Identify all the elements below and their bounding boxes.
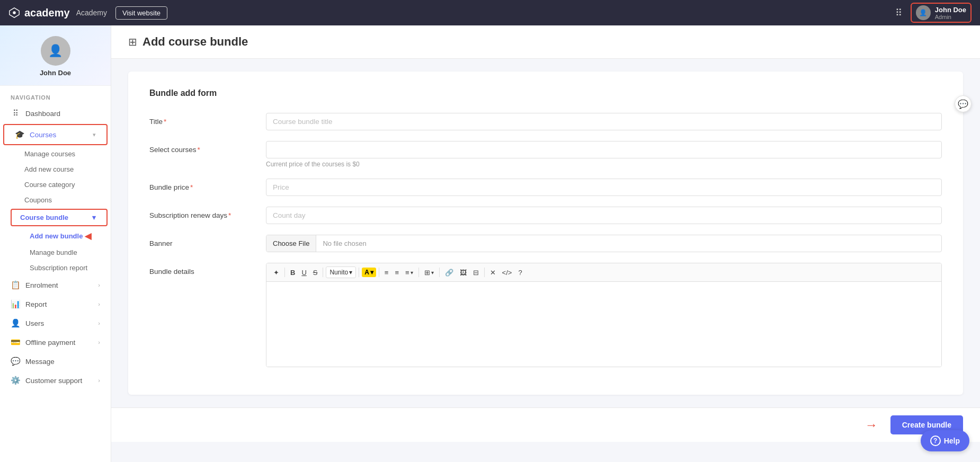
title-label: Title* [149,113,255,126]
main-content: ⊞ Add course bundle Bundle add form Titl… [111,25,980,462]
sidebar-avatar: 👤 [41,36,70,66]
svg-point-1 [13,11,16,14]
course-bundle-chevron-icon: ▾ [92,214,96,221]
navbar-right: ⠿ 👤 John Doe Admin [895,3,972,23]
enrolment-label: Enrolment [25,281,93,289]
toolbar-image-btn[interactable]: 🖼 [457,267,469,278]
toolbar-link-btn[interactable]: 🔗 [442,267,456,278]
select-courses-input[interactable] [266,141,942,158]
report-chevron-icon: › [98,301,100,307]
layout: 👤 John Doe NAVIGATION ⠿ Dashboard 🎓 Cour… [0,25,980,462]
enrolment-icon: 📋 [11,280,20,290]
sidebar-item-message[interactable]: 💬 Message [0,352,111,371]
sidebar-item-report[interactable]: 📊 Report › [0,295,111,314]
sidebar: 👤 John Doe NAVIGATION ⠿ Dashboard 🎓 Cour… [0,25,111,462]
page-header-icon: ⊞ [128,35,137,48]
action-bar: → Create bundle [111,407,980,442]
manage-bundle-label: Manage bundle [30,248,77,256]
sidebar-item-customer-support[interactable]: ⚙️ Customer support › [0,371,111,390]
course-category-label: Course category [24,181,75,189]
help-icon: ? [930,436,941,446]
bundle-price-label: Bundle price* [149,179,255,191]
users-chevron-icon: › [98,320,100,326]
sidebar-item-courses[interactable]: 🎓 Courses ▾ [4,125,106,144]
offline-payment-label: Offline payment [25,339,93,346]
sidebar-item-enrolment[interactable]: 📋 Enrolment › [0,276,111,295]
courses-section: 🎓 Courses ▾ [3,124,108,145]
sidebar-item-users[interactable]: 👤 Users › [0,314,111,333]
subscription-renew-input[interactable] [266,207,942,224]
bundle-add-form: Bundle add form Title* Select courses* C… [128,72,963,395]
sidebar-item-manage-bundle[interactable]: Manage bundle [0,245,111,260]
sidebar-item-offline-payment[interactable]: 💳 Offline payment › [0,333,111,352]
toolbar-font-dropdown[interactable]: Nunito ▾ [326,266,356,278]
user-menu[interactable]: 👤 John Doe Admin [911,3,972,23]
report-label: Report [25,300,93,308]
choose-file-button[interactable]: Choose File [266,235,316,252]
toolbar-bold-btn[interactable]: B [288,267,298,278]
bundle-details-row: Bundle details ✦ B U S Nunito ▾ [149,263,942,367]
course-bundle-section: Course bundle ▾ [11,209,108,226]
page-title: Add course bundle [142,35,248,49]
offline-payment-icon: 💳 [11,337,20,347]
bundle-price-row: Bundle price* [149,179,942,196]
grid-icon[interactable]: ⠿ [895,7,902,19]
arrow-indicator: ◀ [85,231,91,241]
banner-label: Banner [149,235,255,247]
editor-body[interactable] [266,282,941,367]
toolbar-media-btn[interactable]: ⊟ [470,267,482,278]
toolbar-sep-1 [284,268,285,277]
sidebar-item-coupons[interactable]: Coupons [0,192,111,208]
customer-support-label: Customer support [25,377,93,385]
course-bundle-label: Course bundle [20,214,92,221]
users-label: Users [25,319,93,327]
bundle-price-input[interactable] [266,179,942,196]
select-courses-label: Select courses* [149,141,255,154]
add-new-bundle-label: Add new bundle [30,232,83,240]
toolbar-strikethrough-btn[interactable]: S [310,267,320,278]
toolbar-bullet-list-btn[interactable]: ≡ [382,267,391,278]
toolbar-help-btn[interactable]: ? [515,267,524,278]
file-input-wrapper: Choose File No file chosen [266,235,942,252]
toolbar-sep-5 [418,268,419,277]
title-input[interactable] [266,113,942,130]
bundle-details-label: Bundle details [149,263,255,276]
message-label: Message [25,358,100,366]
toolbar-align-btn[interactable]: ≡ ▾ [403,267,416,278]
toolbar-sep-6 [439,268,440,277]
dashboard-label: Dashboard [25,110,100,118]
banner-row: Banner Choose File No file chosen [149,235,942,252]
sidebar-item-course-bundle[interactable]: Course bundle ▾ [12,210,106,225]
courses-label: Courses [30,131,87,139]
toolbar-source-btn[interactable]: </> [500,267,515,278]
visit-website-button[interactable]: Visit website [115,6,167,20]
font-name: Nunito [329,269,348,276]
help-button[interactable]: ? Help [921,430,969,451]
sidebar-item-add-new-bundle[interactable]: Add new bundle ◀ [0,227,111,245]
title-field [266,113,942,130]
toolbar-highlight-btn[interactable]: A ▾ [362,268,376,277]
sidebar-item-dashboard[interactable]: ⠿ Dashboard [0,104,111,123]
toolbar-sep-7 [484,268,485,277]
brand-sub: Academy [76,8,107,17]
sidebar-item-manage-courses[interactable]: Manage courses [0,146,111,162]
toolbar-clear-btn[interactable]: ✕ [487,267,498,278]
user-info: John Doe Admin [935,6,966,20]
sidebar-item-subscription-report[interactable]: Subscription report [0,260,111,276]
toolbar-underline-btn[interactable]: U [299,267,309,278]
help-label: Help [944,437,960,445]
user-role: Admin [935,14,966,20]
avatar: 👤 [916,5,931,20]
toolbar-ordered-list-btn[interactable]: ≡ [392,267,402,278]
sidebar-item-add-new-course[interactable]: Add new course [0,162,111,177]
enrolment-chevron-icon: › [98,282,100,288]
toolbar-magic-btn[interactable]: ✦ [271,267,282,278]
sidebar-item-course-category[interactable]: Course category [0,177,111,192]
toolbar-sep-3 [359,268,359,277]
subscription-report-label: Subscription report [30,264,87,272]
sidebar-username: John Doe [40,69,71,77]
chat-icon[interactable]: 💬 [955,95,972,112]
toolbar-table-btn[interactable]: ⊞ ▾ [422,267,436,278]
create-bundle-arrow: → [865,417,878,432]
offline-payment-chevron-icon: › [98,339,100,345]
